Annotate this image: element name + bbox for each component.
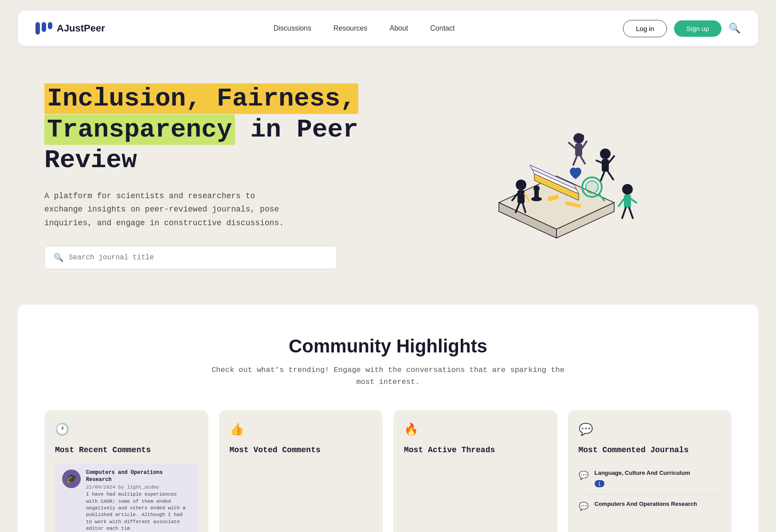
logo-bar-2 [42, 22, 46, 32]
nav-about[interactable]: About [389, 24, 408, 32]
hero-illustration [381, 87, 732, 265]
logo-text: AJustPeer [57, 23, 105, 34]
hero-title-highlight1: Inclusion, Fairness, [44, 83, 358, 114]
svg-rect-19 [602, 159, 609, 172]
svg-line-21 [596, 160, 602, 163]
cards-grid: 🕐 Most Recent Comments 🎓 Computers and O… [44, 410, 732, 532]
comment-text: I have had multiple experiences with CAO… [86, 491, 191, 532]
card-voted: 👍 Most Voted Comments [219, 410, 383, 532]
nav-discussions[interactable]: Discussions [274, 24, 311, 32]
svg-line-22 [601, 172, 604, 180]
svg-line-20 [609, 156, 614, 163]
card-active: 🔥 Most Active Threads [393, 410, 557, 532]
search-bar[interactable]: 🔍 [44, 246, 337, 269]
comment-journal: Computers and Operations Research [86, 469, 191, 483]
nav-links: Discussions Resources About Contact [274, 24, 455, 33]
svg-line-23 [608, 172, 613, 180]
svg-line-29 [629, 208, 633, 218]
svg-point-7 [586, 181, 598, 193]
logo[interactable]: AJustPeer [35, 22, 105, 35]
hero-section: Inclusion, Fairness, Transparency in Pee… [0, 57, 776, 305]
card-recent-title: Most Recent Comments [55, 446, 198, 454]
journal-name-2: Computers And Operations Research [595, 501, 721, 508]
svg-line-27 [631, 199, 636, 203]
community-subtitle: Check out what's trending! Engage with t… [44, 364, 732, 388]
card-commented-title: Most Commented Journals [579, 446, 721, 454]
comment-avatar: 🎓 [62, 469, 81, 488]
svg-line-26 [619, 199, 624, 206]
chat-icon: 💬 [579, 422, 721, 437]
signup-button[interactable]: Sign up [674, 20, 721, 37]
nav-contact[interactable]: Contact [430, 24, 455, 32]
journal-badge-1: 1 [595, 480, 604, 487]
svg-line-32 [569, 143, 575, 148]
card-commented: 💬 Most Commented Journals 💬 Language, Cu… [568, 410, 732, 532]
svg-rect-25 [624, 195, 631, 208]
hero-title-highlight2: Transparency [44, 114, 235, 145]
logo-bar-1 [35, 22, 40, 35]
navbar: AJustPeer Discussions Resources About Co… [18, 11, 758, 46]
svg-rect-31 [575, 144, 582, 156]
recent-comment[interactable]: 🎓 Computers and Operations Research 21/0… [55, 463, 198, 532]
hero-content: Inclusion, Fairness, Transparency in Pee… [44, 83, 381, 269]
thumbsup-icon: 👍 [230, 422, 372, 437]
logo-bar-3 [48, 22, 52, 29]
community-title: Community Highlights [44, 336, 732, 357]
search-bar-icon: 🔍 [54, 253, 63, 262]
nav-resources[interactable]: Resources [333, 24, 367, 32]
svg-rect-13 [517, 190, 525, 203]
hero-description: A platform for scientists and researcher… [44, 189, 319, 230]
clock-icon: 🕐 [55, 422, 198, 437]
svg-line-34 [573, 156, 577, 165]
card-voted-title: Most Voted Comments [230, 446, 372, 454]
logo-icon [35, 22, 52, 35]
journal-item-1[interactable]: 💬 Language, Culture And Curriculum 1 [579, 463, 721, 494]
svg-point-18 [600, 149, 611, 159]
svg-line-28 [622, 208, 626, 218]
card-active-title: Most Active Threads [404, 446, 547, 454]
login-button[interactable]: Log in [623, 20, 667, 37]
fire-icon: 🔥 [404, 422, 547, 437]
svg-point-11 [533, 185, 540, 192]
hero-title: Inclusion, Fairness, Transparency in Pee… [44, 83, 381, 176]
comment-meta: 21/09/2024 by light_acdmy [86, 485, 191, 490]
search-icon[interactable]: 🔍 [729, 23, 741, 35]
comment-content: Computers and Operations Research 21/09/… [86, 469, 191, 532]
search-input[interactable] [69, 254, 328, 262]
svg-line-33 [582, 141, 587, 148]
svg-point-24 [622, 184, 633, 195]
svg-line-35 [580, 156, 585, 164]
svg-point-12 [516, 180, 526, 190]
journal-info-2: Computers And Operations Research [595, 501, 721, 511]
journal-name-1: Language, Culture And Curriculum [595, 469, 721, 477]
journal-item-2[interactable]: 💬 Computers And Operations Research [579, 494, 721, 517]
community-section: Community Highlights Check out what's tr… [18, 305, 758, 532]
card-recent: 🕐 Most Recent Comments 🎓 Computers and O… [44, 410, 208, 532]
nav-right: Log in Sign up 🔍 [623, 20, 741, 37]
journal-info-1: Language, Culture And Curriculum 1 [595, 469, 721, 488]
journal-chat-icon-1: 💬 [579, 470, 588, 480]
hero-svg [463, 87, 650, 265]
journal-chat-icon-2: 💬 [579, 501, 588, 511]
